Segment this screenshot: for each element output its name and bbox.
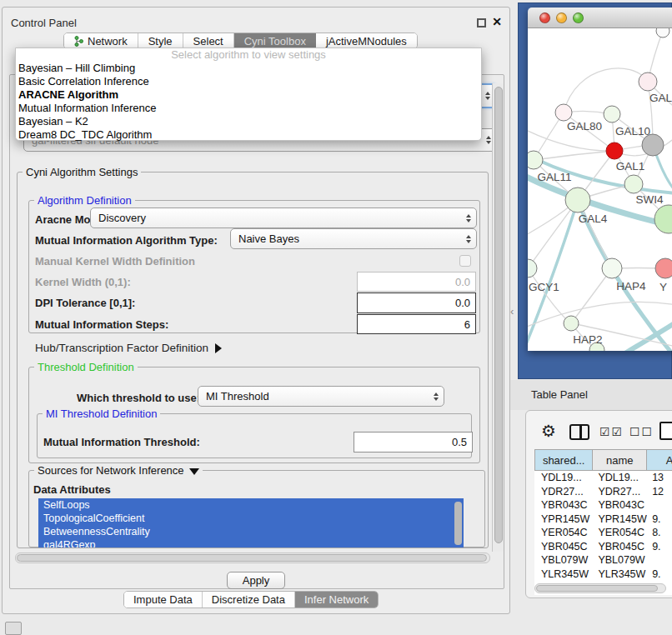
tab-label: Cyni Toolbox (244, 35, 306, 48)
table-cell[interactable]: YBR045C (534, 540, 593, 554)
table-row[interactable]: YPR145WYPR145W9. (534, 512, 672, 527)
table-cell[interactable]: YLR345W (593, 568, 647, 582)
network-node[interactable] (606, 142, 623, 159)
table-cell[interactable]: YDL19... (593, 471, 647, 485)
splitter-handle[interactable]: ‹ (510, 305, 514, 318)
table-cell[interactable]: YER054C (593, 526, 647, 540)
network-node[interactable] (656, 28, 669, 38)
mi-type-value: Naive Bayes (238, 232, 299, 245)
network-node[interactable] (602, 258, 622, 278)
float-window-icon[interactable] (477, 18, 486, 28)
mi-type-combobox[interactable]: Naive Bayes (230, 228, 477, 249)
dpi-tolerance-field[interactable]: 0.0 (357, 292, 476, 313)
network-node[interactable] (639, 72, 657, 91)
table-cell[interactable]: 9. (647, 540, 672, 554)
network-node[interactable] (604, 106, 620, 122)
table-cell[interactable]: YPR145W (534, 512, 593, 527)
table-row[interactable]: YDL19...YDL19...13 (534, 471, 672, 485)
apply-button[interactable]: Apply (227, 572, 285, 589)
network-node[interactable] (655, 258, 672, 278)
sources-expander[interactable]: Sources for Network Inference (34, 464, 203, 477)
node-label-y: Y (659, 281, 667, 293)
hscrollbar-thumb[interactable] (17, 554, 487, 562)
which-threshold-combobox[interactable]: MI Threshold (198, 386, 444, 407)
table-cell[interactable]: YBL079W (534, 553, 593, 568)
mi-steps-field[interactable]: 6 (357, 314, 476, 334)
hub-definition-expander[interactable]: Hub/Transcription Factor Definition (35, 342, 222, 354)
table-cell[interactable]: 9. (647, 512, 672, 527)
tab-cyni-toolbox[interactable]: Cyni Toolbox (234, 33, 316, 48)
dropdown-item-bayesian-hill-climbing[interactable]: Bayesian – Hill Climbing (16, 62, 481, 75)
table-cell[interactable]: YBR045C (593, 540, 647, 554)
tab-discretize-data[interactable]: Discretize Data (203, 592, 295, 608)
table-cell[interactable]: 13 (647, 471, 672, 485)
table-row[interactable]: YBR043CYBR043C (534, 498, 672, 512)
table-row[interactable]: YDR27...YDR27...12 (534, 485, 672, 499)
table-header-a[interactable]: A (647, 449, 672, 471)
dropdown-item-dream8-dc-tdc-algorithm[interactable]: Dream8 DC_TDC Algorithm (16, 128, 481, 142)
network-node[interactable] (528, 151, 543, 169)
table-hscrollbar-thumb[interactable] (536, 585, 658, 592)
network-node[interactable] (555, 104, 572, 121)
table-cell[interactable]: YBL079W (593, 553, 647, 568)
network-node[interactable] (624, 175, 643, 193)
checked-pair-icon[interactable]: ☑☑ (599, 425, 624, 438)
table-cell[interactable]: YER054C (534, 526, 593, 540)
network-node[interactable] (565, 188, 590, 212)
split-columns-icon[interactable] (569, 424, 589, 440)
minimize-traffic-light[interactable] (556, 12, 567, 23)
table-cell[interactable]: 9. (647, 568, 672, 582)
document-icon[interactable] (659, 422, 672, 440)
table-cell[interactable]: YLR345W (534, 568, 593, 582)
dropdown-item-bayesian-k2[interactable]: Bayesian – K2 (16, 115, 481, 128)
collapsed-panel-icon[interactable] (5, 622, 22, 635)
attribute-item-selfloops[interactable]: SelfLoops (38, 498, 464, 512)
vscrollbar-thumb[interactable] (494, 87, 503, 543)
table-row[interactable]: YBR045CYBR045C9. (534, 540, 672, 554)
attribute-item-betweennesscentrality[interactable]: BetweennessCentrality (38, 525, 464, 538)
attribute-item-topologicalcoefficient[interactable]: TopologicalCoefficient (38, 512, 464, 525)
table-cell[interactable] (647, 553, 672, 568)
mi-threshold-field[interactable]: 0.5 (354, 432, 473, 452)
network-window-titlebar[interactable] (528, 8, 672, 28)
close-icon[interactable]: ✕ (492, 15, 502, 28)
tab-jactivemnodules[interactable]: jActiveMNodules (316, 33, 417, 48)
close-traffic-light[interactable] (539, 12, 550, 23)
table-row[interactable]: YLR345WYLR345W9. (534, 568, 672, 582)
attribute-item-gal4rgexp[interactable]: gal4RGexp (38, 538, 464, 548)
table-cell[interactable] (647, 498, 672, 512)
node-label-gcy1: GCY1 (529, 281, 559, 293)
dropdown-item-basic-correlation-inference[interactable]: Basic Correlation Inference (16, 75, 481, 88)
list-scrollbar-thumb[interactable] (454, 502, 462, 545)
table-row[interactable]: YER054CYER054C8. (534, 526, 672, 540)
unchecked-pair-icon[interactable]: ☐☐ (629, 425, 654, 438)
table-cell[interactable]: 12 (647, 485, 672, 499)
table-cell[interactable]: 8. (647, 526, 672, 540)
table-cell[interactable]: YDL19... (534, 471, 593, 485)
table-cell[interactable]: YDR27... (593, 485, 647, 499)
table-cell[interactable]: YBR043C (593, 498, 647, 512)
table-cell[interactable]: YDR27... (534, 485, 593, 499)
maximize-traffic-light[interactable] (573, 12, 584, 23)
network-canvas[interactable]: GALGAL80GAL10GAL1GAL11SWI4GAL4GCY1HAP4YH… (528, 28, 672, 351)
aracne-mode-combobox[interactable]: Discovery (90, 208, 477, 228)
table-header-shared[interactable]: shared... (534, 449, 593, 471)
settings-hscrollbar[interactable] (15, 552, 490, 563)
table-cell[interactable]: YBR043C (534, 498, 593, 512)
table-row[interactable]: YBL079WYBL079W (534, 553, 672, 568)
table-cell[interactable]: YPR145W (593, 512, 647, 527)
network-node[interactable] (654, 205, 672, 233)
tab-style[interactable]: Style (138, 33, 183, 48)
network-node[interactable] (528, 259, 537, 278)
network-node[interactable] (564, 316, 579, 331)
table-hscrollbar[interactable] (534, 583, 666, 593)
dropdown-item-mutual-information-inference[interactable]: Mutual Information Inference (16, 102, 481, 115)
tab-select[interactable]: Select (183, 33, 234, 48)
tab-infer-network[interactable]: Infer Network (295, 592, 378, 608)
gear-icon[interactable]: ⚙ (541, 421, 556, 441)
tab-network[interactable]: Network (64, 33, 138, 48)
dropdown-item-aracne-algorithm[interactable]: ARACNE Algorithm (16, 88, 481, 102)
table-header-name[interactable]: name (593, 449, 647, 471)
tab-impute-data[interactable]: Impute Data (124, 592, 203, 608)
settings-vscrollbar[interactable] (492, 83, 504, 552)
